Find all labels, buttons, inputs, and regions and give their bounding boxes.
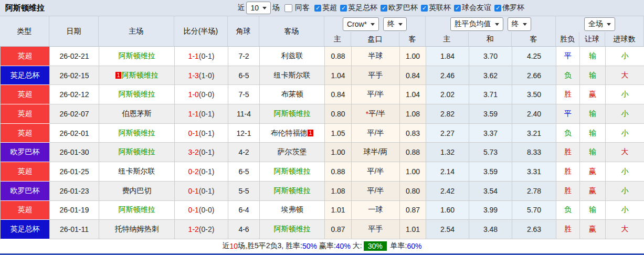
filter-controls: 近 10 场 同客 ✓ 英超 ✓ 英足总杯 ✓ 欧罗巴杯 ✓ 英联杯 ✓ 球会友… xyxy=(237,2,524,14)
avg-mode-select[interactable]: 胜平负均值 xyxy=(450,17,503,31)
handicap-result-flag: 赢 xyxy=(580,162,606,182)
half-time-score: (0-1) xyxy=(199,148,215,156)
footer-single-label: 单率: xyxy=(388,241,407,251)
competition-badge: 英超 xyxy=(1,201,50,220)
handicap-text: 平/半 xyxy=(367,129,384,138)
handicap-result-flag: 输 xyxy=(580,66,606,86)
goals-result-flag: 大 xyxy=(606,143,644,162)
handicap-line: 平手 xyxy=(352,66,400,86)
league-filter-item: ✓ 英联杯 xyxy=(418,3,451,13)
filter-checkbox[interactable]: ✓ xyxy=(421,5,428,12)
handicap-odds-home: 1.00 xyxy=(325,143,352,162)
filter-checkbox[interactable]: ✓ xyxy=(494,5,501,12)
avg-odds-home: 1.32 xyxy=(426,143,469,162)
away-team-name: 阿斯顿维拉 xyxy=(274,167,311,176)
handicap-odds-home: 0.88 xyxy=(325,162,352,182)
subcol-result: 胜负 xyxy=(556,32,579,46)
away-team-cell: 阿斯顿维拉 xyxy=(260,104,325,124)
home-team-cell: 1阿斯顿维拉 xyxy=(99,66,175,86)
avg-odds-away: 8.33 xyxy=(512,143,556,162)
home-team-name: 阿斯顿维拉 xyxy=(119,129,155,138)
chevron-down-icon xyxy=(523,23,527,26)
footer-big-rate: 30% xyxy=(364,241,387,251)
handicap-odds-away: 0.84 xyxy=(400,66,426,86)
goals-result-flag: 小 xyxy=(606,85,644,104)
subcol-goals: 进球数 xyxy=(605,32,644,46)
home-team-name: 托特纳姆热刺 xyxy=(115,225,159,234)
avg-odds-home: 2.27 xyxy=(426,124,469,143)
away-team-name: 阿斯顿维拉 xyxy=(274,186,311,196)
table-row: 英超 26-02-01 阿斯顿维拉 0-1(0-1) 12-1 布伦特福德1 1… xyxy=(0,124,644,143)
summary-footer: 近10场,胜5平2负3, 胜率:50% 赢率:40% 大:30% 单率:60% xyxy=(0,239,644,253)
avg-odds-home: 2.82 xyxy=(426,104,469,124)
filter-label: 欧罗巴杯 xyxy=(388,3,418,13)
competition-badge: 英超 xyxy=(1,162,50,182)
home-team-cell: 纽卡斯尔联 xyxy=(99,162,175,182)
odds-company-select[interactable]: Crow* xyxy=(343,17,379,31)
match-date: 26-01-23 xyxy=(50,182,99,201)
full-time-score: 1-0 xyxy=(188,90,199,99)
full-time-score: 1-1 xyxy=(188,52,199,60)
handicap-result-flag: 输 xyxy=(580,201,606,220)
handicap-odds-home: 0.88 xyxy=(325,47,352,66)
competition-badge: 英超 xyxy=(1,124,50,143)
handicap-text: 平手 xyxy=(368,225,383,234)
score-cell: 1-0(0-0) xyxy=(175,85,228,104)
home-team-name: 伯恩茅斯 xyxy=(122,109,152,119)
handicap-line: 平/半 xyxy=(352,85,400,104)
competition-badge: 欧罗巴杯 xyxy=(1,182,50,201)
col-header-corners: 角球 xyxy=(228,16,259,46)
same-away-checkbox[interactable] xyxy=(284,4,292,12)
filter-checkbox[interactable]: ✓ xyxy=(340,5,347,12)
score-cell: 1-2(0-2) xyxy=(175,220,228,239)
footer-single-rate: 60% xyxy=(407,242,421,250)
table-row: 英超 26-01-19 阿斯顿维拉 0-1(0-0) 6-4 埃弗顿 1.01 … xyxy=(0,201,644,220)
corners-count: 6-5 xyxy=(228,162,260,182)
goals-result-flag: 小 xyxy=(606,182,644,201)
avg-odds-away: 4.25 xyxy=(512,47,556,66)
half-time-score: (0-1) xyxy=(199,129,215,137)
table-row: 英超 26-02-07 伯恩茅斯 1-1(0-1) 11-4 阿斯顿维拉 0.8… xyxy=(0,104,644,124)
odds-time-select-2[interactable]: 终 xyxy=(508,17,531,31)
match-date: 26-02-01 xyxy=(50,124,99,143)
chevron-down-icon xyxy=(262,7,267,9)
competition-badge: 英足总杯 xyxy=(1,220,50,239)
recent-count-select[interactable]: 10 xyxy=(246,2,271,14)
table-row: 英超 26-02-21 阿斯顿维拉 1-1(0-1) 7-2 利兹联 0.88 … xyxy=(0,47,644,66)
match-date: 26-02-21 xyxy=(50,47,99,66)
red-card-badge: 1 xyxy=(308,130,313,136)
subcol-avg-away: 客 xyxy=(512,32,556,46)
chevron-down-icon xyxy=(371,23,375,26)
footer-prefix: 近 xyxy=(223,241,230,251)
half-time-score: (0-1) xyxy=(199,187,215,195)
filter-checkbox[interactable]: ✓ xyxy=(381,5,387,12)
avg-odds-home: 1.84 xyxy=(426,47,469,66)
filter-checkbox[interactable]: ✓ xyxy=(454,5,461,12)
scope-select[interactable]: 全场 xyxy=(584,17,615,31)
table-row: 欧罗巴杯 26-01-30 阿斯顿维拉 3-2(0-1) 4-2 萨尔茨堡 1.… xyxy=(0,143,644,162)
half-time-score: (0-0) xyxy=(199,90,215,99)
table-header: 类型 日期 主场 比分(半场) 角球 客场 Crow* 终 胜平负均值 终 xyxy=(0,16,644,47)
avg-odds-draw: 3.54 xyxy=(469,182,512,201)
avg-odds-draw: 3.59 xyxy=(469,162,512,182)
away-team-name: 纽卡斯尔联 xyxy=(274,71,311,80)
away-team-cell: 阿斯顿维拉 xyxy=(260,220,325,239)
chevron-down-icon xyxy=(398,23,403,26)
away-team-cell: 阿斯顿维拉 xyxy=(260,162,325,182)
match-date: 26-01-11 xyxy=(50,220,99,239)
handicap-result-flag: 赢 xyxy=(580,220,606,239)
match-date: 26-01-25 xyxy=(50,162,99,182)
footer-profit-rate: 40% xyxy=(336,242,351,250)
avg-odds-away: 2.66 xyxy=(512,66,556,86)
handicap-result-flag: 输 xyxy=(580,124,606,143)
away-team-name: 埃弗顿 xyxy=(281,205,303,215)
corners-count: 5-5 xyxy=(228,182,260,201)
filter-checkbox[interactable]: ✓ xyxy=(314,5,321,12)
handicap-odds-away: 1.08 xyxy=(400,104,426,124)
home-team-cell: 阿斯顿维拉 xyxy=(99,85,175,104)
competition-badge: 英超 xyxy=(1,104,50,124)
odds-time-select-1[interactable]: 终 xyxy=(383,17,407,31)
corners-count: 7-5 xyxy=(228,85,260,104)
avg-odds-draw: 3.59 xyxy=(469,104,512,124)
avg-odds-away: 2.63 xyxy=(512,220,556,239)
